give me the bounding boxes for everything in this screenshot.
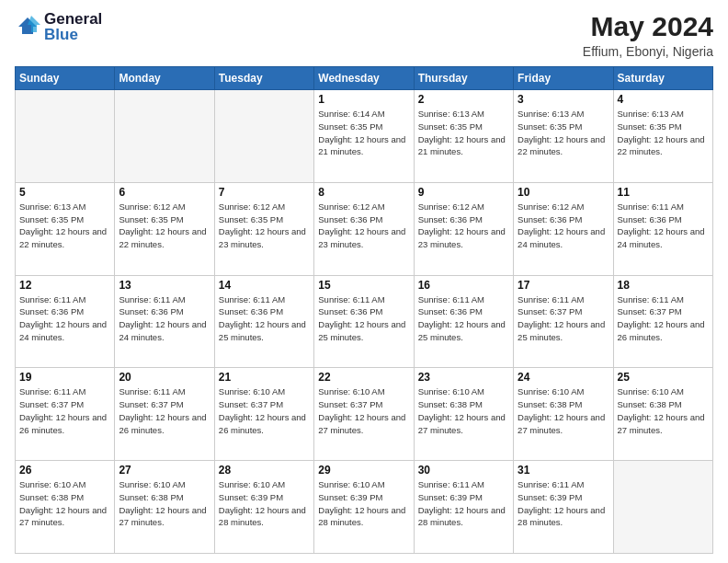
day-cell-24: 24Sunrise: 6:10 AMSunset: 6:38 PMDayligh… (514, 368, 613, 461)
cell-info: Sunrise: 6:12 AMSunset: 6:35 PMDaylight:… (119, 201, 210, 251)
cell-info: Sunrise: 6:11 AMSunset: 6:36 PMDaylight:… (418, 293, 509, 344)
cell-info: Sunrise: 6:11 AMSunset: 6:37 PMDaylight:… (19, 385, 110, 436)
cell-info: Sunrise: 6:11 AMSunset: 6:36 PMDaylight:… (618, 201, 709, 251)
day-number: 27 (119, 464, 210, 477)
cell-info: Sunrise: 6:11 AMSunset: 6:37 PMDaylight:… (518, 293, 609, 344)
day-number: 3 (518, 93, 609, 106)
day-cell-22: 22Sunrise: 6:10 AMSunset: 6:37 PMDayligh… (314, 368, 414, 461)
header-row: SundayMondayTuesdayWednesdayThursdayFrid… (16, 67, 713, 90)
cell-info: Sunrise: 6:12 AMSunset: 6:35 PMDaylight:… (219, 201, 310, 251)
day-cell-18: 18Sunrise: 6:11 AMSunset: 6:37 PMDayligh… (613, 275, 712, 368)
day-cell-10: 10Sunrise: 6:12 AMSunset: 6:36 PMDayligh… (514, 182, 613, 275)
day-number: 6 (119, 186, 210, 199)
day-header-saturday: Saturday (613, 67, 712, 90)
day-number: 26 (19, 464, 110, 477)
day-cell-9: 9Sunrise: 6:12 AMSunset: 6:36 PMDaylight… (414, 182, 513, 275)
day-number: 17 (518, 279, 609, 292)
week-row-1: 1Sunrise: 6:14 AMSunset: 6:35 PMDaylight… (16, 90, 713, 183)
day-header-monday: Monday (115, 67, 214, 90)
day-number: 2 (418, 93, 509, 106)
day-header-wednesday: Wednesday (314, 67, 414, 90)
day-number: 11 (618, 186, 709, 199)
day-cell-2: 2Sunrise: 6:13 AMSunset: 6:35 PMDaylight… (414, 90, 513, 183)
day-cell-empty (613, 461, 712, 554)
day-cell-29: 29Sunrise: 6:10 AMSunset: 6:39 PMDayligh… (314, 461, 414, 554)
day-number: 19 (19, 371, 110, 384)
cell-info: Sunrise: 6:11 AMSunset: 6:37 PMDaylight:… (618, 293, 709, 344)
logo-text: General Blue (44, 11, 102, 42)
logo: General Blue (15, 11, 102, 42)
day-cell-1: 1Sunrise: 6:14 AMSunset: 6:35 PMDaylight… (314, 90, 414, 183)
cell-info: Sunrise: 6:12 AMSunset: 6:36 PMDaylight:… (518, 201, 609, 251)
day-number: 12 (19, 279, 110, 292)
day-cell-5: 5Sunrise: 6:13 AMSunset: 6:35 PMDaylight… (16, 182, 115, 275)
day-cell-7: 7Sunrise: 6:12 AMSunset: 6:35 PMDaylight… (214, 182, 313, 275)
day-number: 22 (318, 371, 409, 384)
day-cell-3: 3Sunrise: 6:13 AMSunset: 6:35 PMDaylight… (514, 90, 613, 183)
day-number: 13 (119, 279, 210, 292)
cell-info: Sunrise: 6:10 AMSunset: 6:39 PMDaylight:… (219, 478, 310, 529)
cell-info: Sunrise: 6:14 AMSunset: 6:35 PMDaylight:… (318, 108, 409, 158)
day-number: 5 (19, 186, 110, 199)
day-cell-4: 4Sunrise: 6:13 AMSunset: 6:35 PMDaylight… (613, 90, 712, 183)
day-cell-15: 15Sunrise: 6:11 AMSunset: 6:36 PMDayligh… (314, 275, 414, 368)
day-number: 23 (418, 371, 509, 384)
day-number: 31 (518, 464, 609, 477)
cell-info: Sunrise: 6:10 AMSunset: 6:37 PMDaylight:… (219, 385, 310, 436)
week-row-4: 19Sunrise: 6:11 AMSunset: 6:37 PMDayligh… (16, 368, 713, 461)
cell-info: Sunrise: 6:11 AMSunset: 6:37 PMDaylight:… (119, 385, 210, 436)
day-number: 14 (219, 279, 310, 292)
cell-info: Sunrise: 6:10 AMSunset: 6:38 PMDaylight:… (518, 385, 609, 436)
day-number: 28 (219, 464, 310, 477)
day-number: 24 (518, 371, 609, 384)
day-cell-empty (16, 90, 115, 183)
day-cell-30: 30Sunrise: 6:11 AMSunset: 6:39 PMDayligh… (414, 461, 513, 554)
day-cell-17: 17Sunrise: 6:11 AMSunset: 6:37 PMDayligh… (514, 275, 613, 368)
day-cell-16: 16Sunrise: 6:11 AMSunset: 6:36 PMDayligh… (414, 275, 513, 368)
cell-info: Sunrise: 6:11 AMSunset: 6:39 PMDaylight:… (418, 478, 509, 529)
day-header-friday: Friday (514, 67, 613, 90)
day-number: 9 (418, 186, 509, 199)
day-number: 29 (318, 464, 409, 477)
day-number: 15 (318, 279, 409, 292)
cell-info: Sunrise: 6:10 AMSunset: 6:38 PMDaylight:… (119, 478, 210, 529)
cell-info: Sunrise: 6:11 AMSunset: 6:36 PMDaylight:… (19, 293, 110, 344)
cell-info: Sunrise: 6:11 AMSunset: 6:36 PMDaylight:… (119, 293, 210, 344)
logo-blue: Blue (44, 27, 102, 42)
cell-info: Sunrise: 6:10 AMSunset: 6:38 PMDaylight:… (618, 385, 709, 436)
month-year: May 2024 (583, 11, 713, 42)
cell-info: Sunrise: 6:12 AMSunset: 6:36 PMDaylight:… (418, 201, 509, 251)
day-number: 7 (219, 186, 310, 199)
week-row-5: 26Sunrise: 6:10 AMSunset: 6:38 PMDayligh… (16, 461, 713, 554)
week-row-3: 12Sunrise: 6:11 AMSunset: 6:36 PMDayligh… (16, 275, 713, 368)
day-number: 18 (618, 279, 709, 292)
day-header-tuesday: Tuesday (214, 67, 313, 90)
day-cell-8: 8Sunrise: 6:12 AMSunset: 6:36 PMDaylight… (314, 182, 414, 275)
day-header-thursday: Thursday (414, 67, 513, 90)
location: Effium, Ebonyi, Nigeria (583, 44, 713, 59)
day-number: 8 (318, 186, 409, 199)
day-cell-19: 19Sunrise: 6:11 AMSunset: 6:37 PMDayligh… (16, 368, 115, 461)
cell-info: Sunrise: 6:11 AMSunset: 6:36 PMDaylight:… (318, 293, 409, 344)
calendar-table: SundayMondayTuesdayWednesdayThursdayFrid… (15, 66, 713, 554)
day-number: 21 (219, 371, 310, 384)
cell-info: Sunrise: 6:10 AMSunset: 6:38 PMDaylight:… (418, 385, 509, 436)
cell-info: Sunrise: 6:13 AMSunset: 6:35 PMDaylight:… (418, 108, 509, 158)
day-number: 20 (119, 371, 210, 384)
day-header-sunday: Sunday (16, 67, 115, 90)
cell-info: Sunrise: 6:13 AMSunset: 6:35 PMDaylight:… (618, 108, 709, 158)
day-number: 1 (318, 93, 409, 106)
cell-info: Sunrise: 6:10 AMSunset: 6:38 PMDaylight:… (19, 478, 110, 529)
day-cell-empty (214, 90, 313, 183)
day-cell-11: 11Sunrise: 6:11 AMSunset: 6:36 PMDayligh… (613, 182, 712, 275)
logo-icon (15, 14, 40, 40)
cell-info: Sunrise: 6:11 AMSunset: 6:36 PMDaylight:… (219, 293, 310, 344)
day-cell-21: 21Sunrise: 6:10 AMSunset: 6:37 PMDayligh… (214, 368, 313, 461)
cell-info: Sunrise: 6:10 AMSunset: 6:39 PMDaylight:… (318, 478, 409, 529)
cell-info: Sunrise: 6:11 AMSunset: 6:39 PMDaylight:… (518, 478, 609, 529)
cell-info: Sunrise: 6:13 AMSunset: 6:35 PMDaylight:… (518, 108, 609, 158)
day-cell-23: 23Sunrise: 6:10 AMSunset: 6:38 PMDayligh… (414, 368, 513, 461)
day-cell-12: 12Sunrise: 6:11 AMSunset: 6:36 PMDayligh… (16, 275, 115, 368)
day-cell-31: 31Sunrise: 6:11 AMSunset: 6:39 PMDayligh… (514, 461, 613, 554)
day-cell-28: 28Sunrise: 6:10 AMSunset: 6:39 PMDayligh… (214, 461, 313, 554)
